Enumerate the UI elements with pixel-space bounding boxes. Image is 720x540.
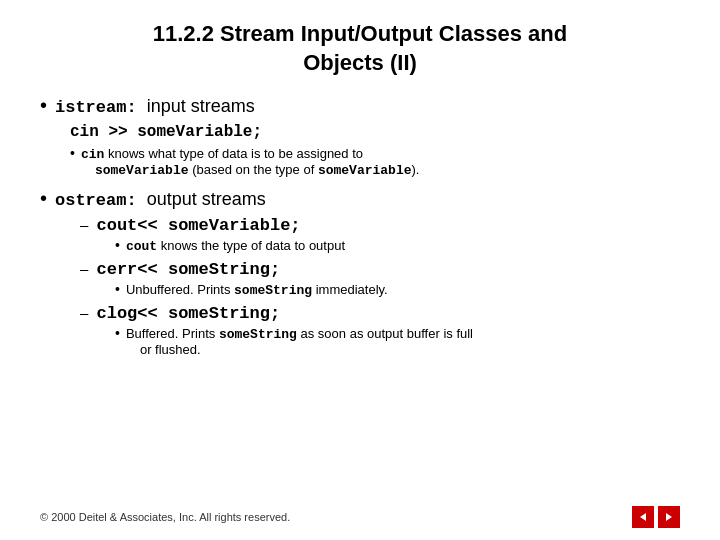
clog-item: – clog<< someString; — [80, 304, 680, 323]
ostream-section: • ostream: output streams – cout<< someV… — [40, 188, 680, 357]
cout-code: cout<< someVariable; — [97, 216, 301, 235]
istream-section: • istream: input streams cin >> someVari… — [40, 95, 680, 178]
clog-or-flushed: or flushed. — [140, 342, 201, 357]
footer: © 2000 Deitel & Associates, Inc. All rig… — [0, 506, 720, 528]
cin-example: cin >> someVariable; — [70, 123, 680, 141]
svg-marker-0 — [640, 513, 646, 521]
dash-cout: – — [80, 216, 88, 233]
cin-some-variable: someVariable — [95, 163, 189, 178]
title-line2: Objects (II) — [40, 49, 680, 78]
sub-dot-cerr: • — [115, 281, 120, 297]
nav-buttons — [632, 506, 680, 528]
cout-code-inline: cout — [126, 239, 157, 254]
cout-desc: knows the type of data to output — [157, 238, 345, 253]
cerr-item: – cerr<< someString; — [80, 260, 680, 279]
next-button[interactable] — [658, 506, 680, 528]
slide: 11.2.2 Stream Input/Output Classes and O… — [0, 0, 720, 540]
cin-bullet: • cin knows what type of data is to be a… — [70, 145, 680, 178]
sub-dot-clog: • — [115, 325, 120, 341]
clog-bullet: • Buffered. Prints someString as soon as… — [115, 325, 680, 357]
ostream-description: output streams — [147, 189, 266, 210]
clog-some-string: someString — [219, 327, 297, 342]
ostream-label: ostream: — [55, 191, 137, 210]
dash-cerr: – — [80, 260, 88, 277]
next-icon — [664, 512, 674, 522]
cin-close-text: ). — [412, 162, 420, 177]
copyright-text: © 2000 Deitel & Associates, Inc. All rig… — [40, 511, 632, 523]
prev-button[interactable] — [632, 506, 654, 528]
slide-title: 11.2.2 Stream Input/Output Classes and O… — [40, 20, 680, 77]
dash-clog: – — [80, 304, 88, 321]
cout-bullet-text: cout knows the type of data to output — [126, 238, 345, 254]
sub-dot-cout: • — [115, 237, 120, 253]
cerr-bullet: • Unbuffered. Prints someString immediat… — [115, 281, 680, 298]
cin-code: cin — [81, 147, 104, 162]
cin-based-text: (based on the type of — [189, 162, 318, 177]
prev-icon — [638, 512, 648, 522]
svg-marker-1 — [666, 513, 672, 521]
bullet-dot-istream: • — [40, 95, 47, 115]
bullet-dot-ostream: • — [40, 188, 47, 208]
cerr-bullet-text: Unbuffered. Prints someString immediatel… — [126, 282, 388, 298]
cin-some-variable2: someVariable — [318, 163, 412, 178]
cout-item: – cout<< someVariable; — [80, 216, 680, 235]
cin-bullet-text: cin knows what type of data is to be ass… — [81, 146, 420, 178]
cout-bullet: • cout knows the type of data to output — [115, 237, 680, 254]
cerr-code: cerr<< someString; — [97, 260, 281, 279]
istream-bullet: • istream: input streams — [40, 95, 680, 117]
istream-description: input streams — [147, 96, 255, 117]
content-area: • istream: input streams cin >> someVari… — [40, 95, 680, 520]
istream-label: istream: — [55, 98, 137, 117]
title-line1: 11.2.2 Stream Input/Output Classes and — [40, 20, 680, 49]
clog-bullet-text: Buffered. Prints someString as soon as o… — [126, 326, 473, 357]
cin-text1: knows what type of data is to be assigne… — [104, 146, 363, 161]
clog-code: clog<< someString; — [97, 304, 281, 323]
sub-dot-cin: • — [70, 145, 75, 161]
cin-text-cont: someVariable (based on the type of someV… — [95, 162, 420, 177]
ostream-bullet: • ostream: output streams — [40, 188, 680, 210]
cerr-some-string: someString — [234, 283, 312, 298]
